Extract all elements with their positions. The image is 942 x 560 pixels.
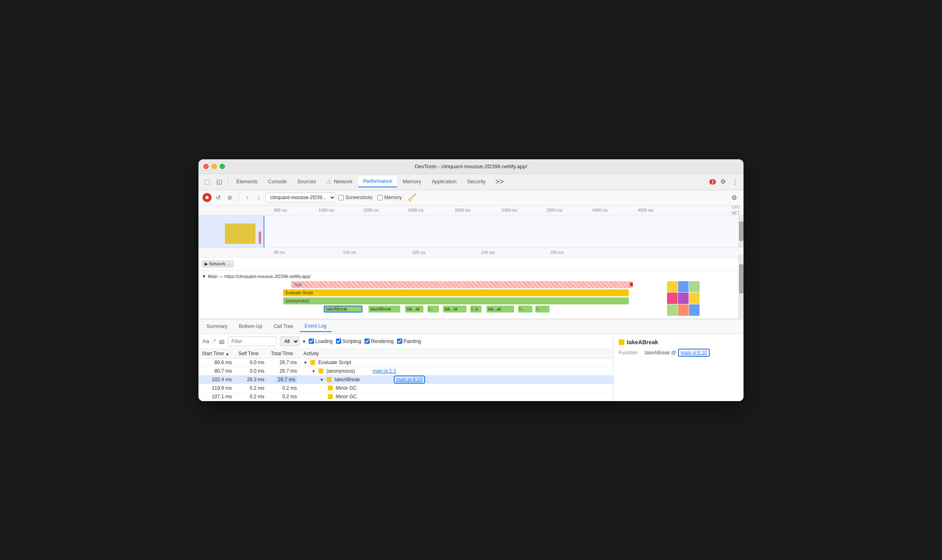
table-row-highlighted[interactable]: 102.4 ms 26.3 ms 26.7 ms ▼ takeABreak [198, 375, 613, 384]
perf-settings-icon[interactable]: ⚙ [729, 192, 739, 203]
takeabreak-bar-3[interactable]: tak...ak [405, 306, 423, 313]
tick-2499: 2499 ms [408, 208, 423, 213]
minimize-button[interactable] [212, 164, 217, 169]
bottom-panel: Summary Bottom-Up Call Tree Event Log Aa… [198, 319, 744, 401]
detail-tick-199: 199 ms [412, 250, 425, 255]
rendering-checkbox[interactable]: Rendering [364, 339, 393, 344]
timeline-overview[interactable] [198, 215, 744, 248]
takeabreak-selected-label: takeABreak [326, 307, 347, 311]
activity-name: Minor GC [336, 394, 356, 399]
flame-chart[interactable]: Task Evaluate Script (anonymous) takeABr… [202, 280, 740, 317]
network-expand-label[interactable]: ▶ Network ... [202, 260, 233, 267]
regex-button[interactable]: .* [212, 338, 216, 344]
filter-select[interactable]: All [280, 336, 299, 346]
tree-arrow-icon[interactable]: ▼ [312, 369, 316, 373]
right-panel-link[interactable]: main.js:6:10 [678, 349, 710, 357]
col-start-time[interactable]: Start Time ▲ [198, 349, 235, 358]
close-button[interactable] [203, 164, 209, 169]
cursor-icon[interactable]: ⬚ [202, 176, 212, 187]
table-row[interactable]: 80.6 ms 0.0 ms 26.7 ms ▼ Evaluate Script [198, 358, 613, 367]
detail-scrollbar[interactable] [739, 254, 744, 319]
tab-sources[interactable]: Sources [292, 176, 321, 187]
table-row[interactable]: 107.1 ms 0.2 ms 0.2 ms Minor GC [198, 392, 613, 401]
tab-summary[interactable]: Summary [202, 321, 232, 332]
tick-4999: 4999 ms [638, 208, 653, 213]
tab-security[interactable]: Security [462, 176, 491, 187]
anonymous-label: (anonymous) [286, 299, 309, 303]
tab-application[interactable]: Application [427, 176, 461, 187]
tab-console[interactable]: Console [263, 176, 292, 187]
ab-button[interactable]: ab [219, 339, 225, 344]
more-vert-icon[interactable]: ⋮ [730, 176, 740, 187]
table-row[interactable]: 80.7 ms 0.0 ms 26.7 ms ▼ (anonymous) mai… [198, 367, 613, 375]
tab-security-label: Security [467, 179, 486, 184]
takeabreak-bar-8[interactable]: t... [518, 306, 532, 313]
filter-dropdown-icon[interactable]: ▾ [303, 338, 305, 345]
maximize-button[interactable] [220, 164, 225, 169]
traffic-lights [203, 164, 225, 169]
scripting-checkbox[interactable]: Scripting [336, 339, 362, 344]
col-activity[interactable]: Activity [300, 349, 613, 358]
tab-memory[interactable]: Memory [398, 176, 426, 187]
takeabreak-bar-6[interactable]: t...k [470, 306, 482, 313]
warning-icon: ⚠ [327, 178, 332, 185]
clean-icon[interactable]: 🧹 [408, 193, 416, 202]
tab-application-label: Application [432, 179, 456, 184]
tab-network[interactable]: ⚠ Network [322, 176, 358, 187]
activity-cell: ▼ takeABreak main.js:6:10 [300, 375, 613, 384]
tab-call-tree[interactable]: Call Tree [269, 321, 298, 332]
right-panel-title-text: takeABreak [627, 339, 658, 345]
anonymous-bar[interactable]: (anonymous) [283, 297, 629, 304]
network-arrow-icon: ▶ [205, 261, 208, 267]
col-total-time[interactable]: Total Time [268, 349, 300, 358]
settings-icon[interactable]: ⚙ [717, 176, 728, 187]
loading-checkbox[interactable]: Loading [309, 339, 333, 344]
takeabreak-bar-selected[interactable]: takeABreak [324, 306, 362, 313]
download-button[interactable]: ↓ [254, 193, 263, 202]
event-log-label: Event Log [305, 323, 327, 329]
tree-arrow-icon[interactable]: ▼ [320, 378, 324, 382]
start-time-cell: 107.1 ms [198, 392, 235, 401]
tab-event-log[interactable]: Event Log [300, 321, 331, 332]
painting-checkbox[interactable]: Painting [397, 339, 421, 344]
takeabreak-bar-9[interactable]: t... [535, 306, 550, 313]
memory-checkbox[interactable]: Memory [377, 195, 402, 200]
takeabreak-bar-7[interactable]: tak...ak [486, 306, 514, 313]
screenshots-checkbox[interactable]: Screenshots [338, 195, 373, 200]
reload-button[interactable]: ↺ [214, 193, 223, 202]
tab-performance[interactable]: Performance [358, 176, 397, 187]
record-button[interactable] [203, 193, 212, 202]
left-panel: Aa .* ab All ▾ Loading Scripting [198, 334, 613, 401]
upload-button[interactable]: ↑ [243, 193, 252, 202]
scrollbar-thumb[interactable] [739, 221, 744, 241]
detail-tick-149: 149 ms [343, 250, 356, 255]
selection-overlay [198, 215, 264, 247]
font-size-button[interactable]: Aa [203, 338, 209, 344]
tab-bottom-up[interactable]: Bottom-Up [234, 321, 267, 332]
main-thread-section: ▼ Main — https://clinquant-mousse-2f2396… [198, 271, 744, 319]
takeabreak-link[interactable]: main.js:6:10 [394, 376, 425, 384]
table-row[interactable]: 119.9 ms 0.2 ms 0.2 ms Minor GC [198, 384, 613, 392]
cpu-label: CPU [732, 206, 740, 210]
start-time-cell: 102.4 ms [198, 375, 235, 384]
takeabreak-bar-4[interactable]: t... [427, 306, 439, 313]
task-bar[interactable]: Task [291, 281, 633, 288]
evaluate-script-label: Evaluate Script [286, 291, 313, 295]
tree-arrow-icon[interactable]: ▼ [303, 360, 307, 365]
takeabreak-bar-5[interactable]: tak...ak [443, 306, 467, 313]
start-time-cell: 119.9 ms [198, 384, 235, 392]
anonymous-link[interactable]: main.js:1:1 [373, 368, 396, 374]
url-selector[interactable]: clinquant-mousse-2f239... [266, 193, 336, 202]
col-self-time[interactable]: Self Time [235, 349, 268, 358]
tab-elements[interactable]: Elements [231, 176, 262, 187]
inspector-icon[interactable]: ◱ [214, 176, 225, 187]
overview-scrollbar[interactable] [739, 215, 744, 247]
clear-button[interactable]: ⊘ [225, 193, 234, 202]
right-panel-title: takeABreak [619, 339, 739, 345]
evaluate-script-bar[interactable]: Evaluate Script [283, 289, 629, 296]
detail-scrollbar-thumb[interactable] [739, 264, 744, 293]
total-time-cell: 0.2 ms [268, 384, 300, 392]
takeabreak-bar-2[interactable]: takeABreak [369, 306, 400, 313]
filter-input[interactable] [228, 336, 277, 346]
more-tabs-button[interactable]: >> [493, 176, 506, 187]
